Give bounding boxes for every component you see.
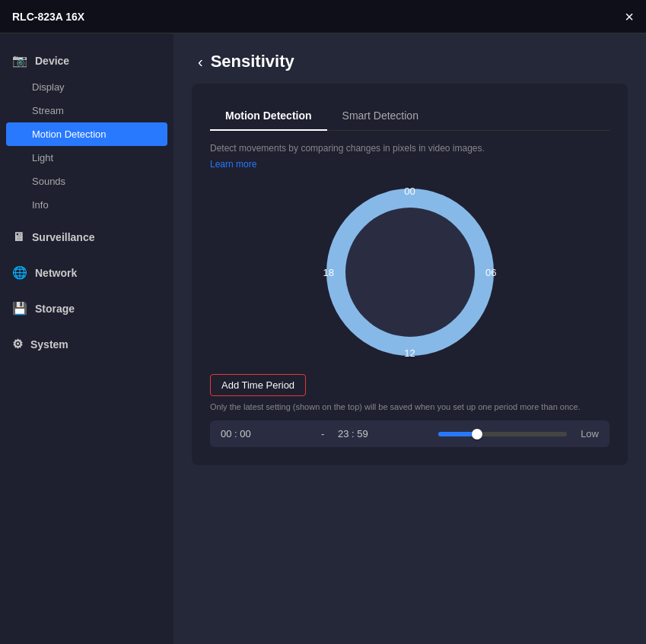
sidebar-section-header-surveillance[interactable]: 🖥 Surveillance <box>0 223 173 252</box>
sidebar-section-header-network[interactable]: 🌐 Network <box>0 258 173 287</box>
sidebar-section-device: 📷 Device Display Stream Motion Detection… <box>0 46 173 217</box>
clock-label-top: 00 <box>404 186 415 197</box>
tab-motion-detection[interactable]: Motion Detection <box>210 102 327 131</box>
sidebar-section-header-storage[interactable]: 💾 Storage <box>0 293 173 323</box>
main-content: ‹ Sensitivity Motion Detection Smart Det… <box>173 33 646 644</box>
sidebar-item-info[interactable]: Info <box>0 193 173 217</box>
content-card: Motion Detection Smart Detection Detect … <box>192 84 628 465</box>
tab-smart-detection[interactable]: Smart Detection <box>327 102 434 131</box>
sidebar-section-surveillance: 🖥 Surveillance <box>0 223 173 252</box>
sidebar-section-label-device: Device <box>35 55 69 67</box>
sidebar-item-sounds[interactable]: Sounds <box>0 170 173 193</box>
sensitivity-label: Low <box>576 428 599 439</box>
sidebar-item-stream[interactable]: Stream <box>0 99 173 122</box>
sidebar-section-system: ⚙ System <box>0 329 173 359</box>
clock-ring <box>326 189 494 356</box>
sidebar-section-storage: 💾 Storage <box>0 293 173 323</box>
page-header: ‹ Sensitivity <box>173 33 646 84</box>
clock-label-bottom: 12 <box>404 347 415 359</box>
sidebar-section-label-surveillance: Surveillance <box>32 231 95 243</box>
time-range-start: 00 : 00 <box>221 428 312 439</box>
clock-inner <box>345 208 475 337</box>
learn-more-link[interactable]: Learn more <box>210 159 256 170</box>
network-icon: 🌐 <box>12 265 27 280</box>
storage-icon: 💾 <box>12 301 27 316</box>
sidebar-section-header-device[interactable]: 📷 Device <box>0 46 173 75</box>
sidebar-section-label-storage: Storage <box>35 303 75 315</box>
description-text: Detect movements by comparing changes in… <box>210 143 609 154</box>
time-range-end: 23 : 59 <box>338 428 429 439</box>
title-bar: RLC-823A 16X × <box>0 0 646 33</box>
app-body: 📷 Device Display Stream Motion Detection… <box>0 33 646 644</box>
sidebar: 📷 Device Display Stream Motion Detection… <box>0 33 173 644</box>
tabs: Motion Detection Smart Detection <box>210 102 609 131</box>
sidebar-item-motion-detection[interactable]: Motion Detection <box>6 122 167 146</box>
clock-label-right: 06 <box>485 267 496 278</box>
back-arrow-icon[interactable]: ‹ <box>198 53 203 71</box>
time-period-row: 00 : 00 - 23 : 59 Low <box>210 420 609 447</box>
clock-label-left: 18 <box>323 267 334 278</box>
window-title: RLC-823A 16X <box>12 11 84 23</box>
camera-icon: 📷 <box>12 53 27 68</box>
surveillance-icon: 🖥 <box>12 230 24 244</box>
slider-thumb[interactable] <box>472 429 482 439</box>
sidebar-section-network: 🌐 Network <box>0 258 173 287</box>
sensitivity-slider[interactable] <box>438 432 567 436</box>
sidebar-section-label-network: Network <box>35 267 77 279</box>
page-title: Sensitivity <box>211 52 294 71</box>
clock-container: 00 12 18 06 <box>210 170 609 368</box>
system-icon: ⚙ <box>12 337 23 351</box>
sidebar-item-light[interactable]: Light <box>0 146 173 170</box>
close-button[interactable]: × <box>625 9 634 24</box>
time-range-separator: - <box>321 428 329 439</box>
warning-text: Only the latest setting (shown on the to… <box>210 402 609 411</box>
sidebar-section-header-system[interactable]: ⚙ System <box>0 329 173 359</box>
sidebar-item-display[interactable]: Display <box>0 75 173 99</box>
sidebar-section-label-system: System <box>30 338 68 351</box>
add-time-period-button[interactable]: Add Time Period <box>210 374 306 396</box>
clock-dial: 00 12 18 06 <box>326 189 494 356</box>
